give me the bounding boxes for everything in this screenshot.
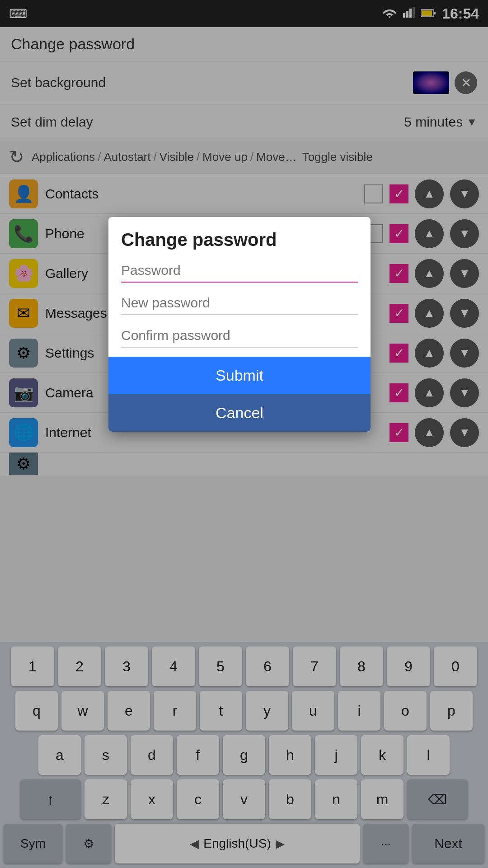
dialog-title: Change password — [108, 217, 371, 259]
submit-button[interactable]: Submit — [108, 357, 371, 394]
change-password-dialog: Change password Submit Cancel — [108, 217, 371, 432]
dialog-overlay: Change password Submit Cancel — [0, 0, 488, 868]
new-password-input[interactable] — [121, 292, 358, 315]
cancel-button[interactable]: Cancel — [108, 394, 371, 432]
confirm-password-input[interactable] — [121, 324, 358, 348]
password-input[interactable] — [121, 259, 358, 283]
